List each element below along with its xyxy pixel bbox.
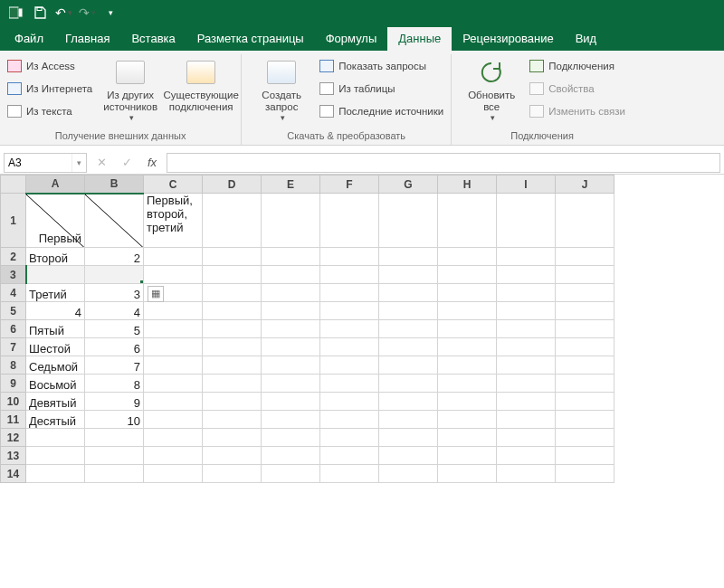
cell-J14[interactable] bbox=[556, 465, 614, 483]
cell-G2[interactable] bbox=[379, 248, 438, 266]
cell-G12[interactable] bbox=[379, 429, 438, 447]
tab-data[interactable]: Данные bbox=[387, 27, 452, 51]
from-other-sources-button[interactable]: Из других источников ▾ bbox=[98, 56, 163, 128]
cell-A6[interactable]: Пятый bbox=[26, 320, 85, 338]
tab-file[interactable]: Файл bbox=[4, 27, 54, 51]
tab-home[interactable]: Главная bbox=[54, 27, 120, 51]
row-header-4[interactable]: 4 bbox=[1, 284, 26, 302]
cell-A5[interactable]: 4 bbox=[26, 302, 85, 320]
row-header-9[interactable]: 9 bbox=[1, 375, 26, 393]
cell-J12[interactable] bbox=[556, 429, 614, 447]
tab-view[interactable]: Вид bbox=[565, 27, 608, 51]
cell-B14[interactable] bbox=[85, 465, 144, 483]
cell-J4[interactable] bbox=[556, 284, 614, 302]
cell-E12[interactable] bbox=[262, 429, 320, 447]
from-text-button[interactable]: Из текста bbox=[7, 101, 92, 121]
cell-I6[interactable] bbox=[497, 320, 556, 338]
tab-formulas[interactable]: Формулы bbox=[315, 27, 388, 51]
column-header-G[interactable]: G bbox=[379, 175, 438, 194]
cell-I8[interactable] bbox=[497, 356, 556, 375]
cell-G4[interactable] bbox=[379, 284, 438, 302]
existing-connections-button[interactable]: Существующие подключения bbox=[168, 56, 233, 128]
cell-A2[interactable]: Второй bbox=[26, 248, 85, 266]
autofill-options-button[interactable]: ▦ bbox=[148, 286, 164, 302]
cell-F5[interactable] bbox=[320, 302, 379, 320]
cell-C5[interactable] bbox=[144, 302, 203, 320]
cell-H11[interactable] bbox=[438, 411, 497, 429]
cell-I10[interactable] bbox=[497, 393, 556, 411]
cell-F4[interactable] bbox=[320, 284, 379, 302]
cell-E7[interactable] bbox=[262, 338, 320, 356]
row-header-13[interactable]: 13 bbox=[1, 447, 26, 465]
cell-E1[interactable] bbox=[262, 194, 320, 248]
cell-B4[interactable]: 3 bbox=[85, 284, 144, 302]
cell-J3[interactable] bbox=[556, 266, 614, 284]
cell-C2[interactable] bbox=[144, 248, 203, 266]
column-header-I[interactable]: I bbox=[497, 175, 556, 194]
column-header-F[interactable]: F bbox=[320, 175, 379, 194]
cell-H3[interactable] bbox=[438, 266, 497, 284]
name-box-dropdown[interactable]: ▾ bbox=[71, 154, 86, 172]
cell-I3[interactable] bbox=[497, 266, 556, 284]
cell-H9[interactable] bbox=[438, 375, 497, 393]
cell-B7[interactable]: 6 bbox=[85, 338, 144, 356]
row-header-12[interactable]: 12 bbox=[1, 429, 26, 447]
undo-button[interactable]: ↶▾ bbox=[52, 3, 74, 23]
cell-H8[interactable] bbox=[438, 356, 497, 375]
redo-button[interactable]: ↷▾ bbox=[76, 3, 98, 23]
cell-G1[interactable] bbox=[379, 194, 438, 248]
cell-G8[interactable] bbox=[379, 356, 438, 375]
cell-J2[interactable] bbox=[556, 248, 614, 266]
cell-G10[interactable] bbox=[379, 393, 438, 411]
cell-D6[interactable] bbox=[203, 320, 262, 338]
cell-C6[interactable] bbox=[144, 320, 203, 338]
cell-J13[interactable] bbox=[556, 447, 614, 465]
cell-E5[interactable] bbox=[262, 302, 320, 320]
cell-G11[interactable] bbox=[379, 411, 438, 429]
cell-I13[interactable] bbox=[497, 447, 556, 465]
cell-C3[interactable] bbox=[144, 266, 203, 284]
qat-customize-button[interactable]: ▾ bbox=[100, 3, 121, 23]
row-header-6[interactable]: 6 bbox=[1, 320, 26, 338]
cell-H10[interactable] bbox=[438, 393, 497, 411]
cell-B8[interactable]: 7 bbox=[85, 356, 144, 375]
row-header-10[interactable]: 10 bbox=[1, 393, 26, 411]
cell-E6[interactable] bbox=[262, 320, 320, 338]
cell-G5[interactable] bbox=[379, 302, 438, 320]
cell-A12[interactable] bbox=[26, 429, 85, 447]
from-access-button[interactable]: Из Access bbox=[7, 56, 92, 76]
cell-C1[interactable]: Первый, второй, третий bbox=[144, 194, 203, 248]
cell-C7[interactable] bbox=[144, 338, 203, 356]
cell-I4[interactable] bbox=[497, 284, 556, 302]
select-all-corner[interactable] bbox=[1, 175, 26, 194]
cell-B6[interactable]: 5 bbox=[85, 320, 144, 338]
cell-A7[interactable]: Шестой bbox=[26, 338, 85, 356]
tab-review[interactable]: Рецензирование bbox=[452, 27, 564, 51]
cell-I12[interactable] bbox=[497, 429, 556, 447]
cell-A1[interactable]: Первый bbox=[26, 194, 85, 248]
save-button[interactable] bbox=[29, 3, 51, 23]
cell-D8[interactable] bbox=[203, 356, 262, 375]
cell-F2[interactable] bbox=[320, 248, 379, 266]
cell-C13[interactable] bbox=[144, 447, 203, 465]
from-table-button[interactable]: Из таблицы bbox=[319, 79, 443, 99]
cell-B1[interactable] bbox=[85, 194, 144, 248]
show-queries-button[interactable]: Показать запросы bbox=[319, 56, 443, 76]
cell-J8[interactable] bbox=[556, 356, 614, 375]
cell-D7[interactable] bbox=[203, 338, 262, 356]
row-header-5[interactable]: 5 bbox=[1, 302, 26, 320]
cell-F8[interactable] bbox=[320, 356, 379, 375]
connections-button[interactable]: Подключения bbox=[529, 56, 625, 76]
cell-E11[interactable] bbox=[262, 411, 320, 429]
cell-H12[interactable] bbox=[438, 429, 497, 447]
cell-G3[interactable] bbox=[379, 266, 438, 284]
cell-G14[interactable] bbox=[379, 465, 438, 483]
tab-page-layout[interactable]: Разметка страницы bbox=[186, 27, 315, 51]
formula-input[interactable] bbox=[167, 153, 720, 173]
cell-I1[interactable] bbox=[497, 194, 556, 248]
cell-C14[interactable] bbox=[144, 465, 203, 483]
properties-button[interactable]: Свойства bbox=[529, 79, 625, 99]
cell-G13[interactable] bbox=[379, 447, 438, 465]
cell-H1[interactable] bbox=[438, 194, 497, 248]
tab-insert[interactable]: Вставка bbox=[120, 27, 186, 51]
